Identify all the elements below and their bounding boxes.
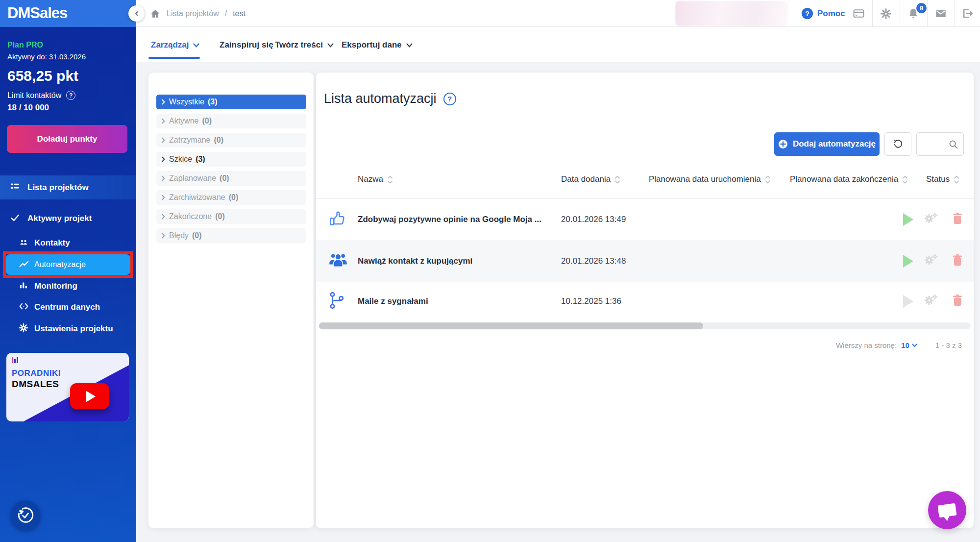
chevron-right-icon [161, 99, 165, 105]
pagination: Wierszy na stronę: 10 1 - 3 z 3 [836, 341, 962, 349]
delete-button[interactable] [952, 294, 963, 309]
automation-added-date: 10.12.2025 1:36 [561, 296, 621, 306]
filter-count: (0) [229, 193, 239, 202]
chat-button[interactable] [928, 491, 966, 529]
filter-label: Zarchiwizowane [169, 193, 225, 202]
sidebar-item-active-project[interactable]: Aktywny projekt [10, 211, 92, 226]
automation-name[interactable]: Nawiąż kontakt z kupującymi [358, 256, 472, 266]
column-header-status[interactable]: Status [926, 174, 959, 184]
tab-zarzadzaj[interactable]: Zarządzaj [151, 38, 199, 52]
breadcrumb-root[interactable]: Lista projektów [167, 9, 219, 18]
chevron-left-icon [134, 11, 140, 17]
sidebar-item-kontakty[interactable]: Kontakty [19, 235, 70, 251]
brand-logo[interactable]: DMSales [7, 4, 67, 22]
topbar: Lista projektów / test ? Pomoc 8 [136, 0, 980, 27]
contacts-limit-value: 18 / 10 000 [7, 103, 49, 113]
column-header-nazwa[interactable]: Nazwa [358, 174, 393, 184]
logout-button[interactable] [955, 0, 980, 27]
contacts-limit-label: Limit kontaktów [7, 91, 61, 100]
horizontal-scrollbar[interactable] [319, 322, 971, 329]
add-automation-button[interactable]: Dodaj automatyzację [774, 132, 880, 156]
notifications-badge: 8 [916, 3, 927, 13]
help-button[interactable]: ? Pomoc [802, 0, 845, 27]
scrollbar-thumb[interactable] [319, 322, 703, 329]
table-row[interactable]: Maile z sygnałami 10.12.2025 1:36 [316, 282, 974, 321]
chevron-right-icon [161, 175, 165, 181]
chevron-down-icon [406, 43, 413, 48]
settings-button[interactable] [872, 0, 900, 27]
filter-count: (0) [215, 212, 225, 221]
sort-icon [954, 175, 959, 184]
section-tabs: Zarządzaj Zainspiruj się Twórz treści Ek… [136, 27, 980, 62]
filter-zakonczone[interactable]: Zakończone (0) [156, 209, 306, 224]
filter-zarchiwizowane[interactable]: Zarchiwizowane (0) [156, 190, 306, 205]
tab-tworz-tresci[interactable]: Twórz treści [275, 38, 334, 52]
code-icon [19, 302, 29, 313]
filter-szkice[interactable]: Szkice (3) [156, 152, 306, 167]
plus-circle-icon [778, 139, 788, 149]
filter-count: (0) [192, 231, 202, 240]
delete-button[interactable] [952, 254, 963, 269]
messages-button[interactable] [927, 0, 955, 27]
chevron-down-icon [327, 43, 334, 48]
settings-gears-icon[interactable] [923, 253, 939, 270]
title-help-icon[interactable]: ? [443, 93, 456, 105]
filter-wszystkie[interactable]: Wszystkie (3) [156, 95, 306, 109]
chevron-right-icon [161, 156, 165, 162]
sidebar-item-monitoring[interactable]: Monitoring [19, 278, 77, 294]
help-label: Pomoc [817, 9, 845, 19]
table-row[interactable]: Nawiąż kontakt z kupującymi 20.01.2026 1… [316, 240, 974, 282]
time-settings-button[interactable] [11, 501, 40, 530]
column-label: Data dodania [561, 174, 611, 184]
column-header-data-zakonczenia[interactable]: Planowana data zakończenia [790, 174, 908, 184]
youtube-play-icon[interactable] [70, 383, 109, 409]
filter-bledy[interactable]: Błędy (0) [156, 228, 306, 243]
refresh-button[interactable] [884, 132, 911, 156]
rows-per-page-value: 10 [901, 341, 909, 349]
filter-aktywne[interactable]: Aktywne (0) [156, 114, 306, 128]
tutorials-banner[interactable]: PORADNIKI DMSALES [6, 353, 129, 421]
topup-points-button[interactable]: Doładuj punkty [7, 125, 127, 153]
search-input[interactable] [916, 132, 964, 156]
automation-list-panel: Lista automatyzacji ? Dodaj automatyzacj… [316, 73, 974, 528]
status-filter-panel: Wszystkie (3) Aktywne (0) Zatrzymane (0)… [148, 73, 314, 528]
run-button[interactable] [903, 255, 913, 268]
tab-label: Twórz treści [275, 40, 323, 50]
home-icon[interactable] [150, 9, 161, 19]
filter-label: Zakończone [169, 212, 212, 221]
tab-label: Zainspiruj się [220, 40, 273, 50]
column-header-data-uruchomienia[interactable]: Planowana data uruchomienia [649, 174, 771, 184]
column-label: Nazwa [358, 174, 383, 184]
column-header-data-dodania[interactable]: Data dodania [561, 174, 620, 184]
sidebar-item-label: Lista projektów [27, 183, 89, 193]
sidebar-item-automatyzacje[interactable]: Automatyzacje [6, 254, 130, 275]
people-group-icon [328, 252, 348, 271]
tab-zainspiruj-sie[interactable]: Zainspiruj się [220, 38, 273, 52]
filter-zaplanowane[interactable]: Zaplanowane (0) [156, 171, 306, 186]
settings-gears-icon[interactable] [923, 211, 939, 228]
filter-count: (3) [208, 98, 218, 106]
page-title: Lista automatyzacji [324, 91, 437, 106]
sidebar-item-projects[interactable]: Lista projektów [0, 175, 136, 199]
sidebar-item-ustawienia[interactable]: Ustawienia projektu [19, 321, 113, 337]
automation-name[interactable]: Maile z sygnałami [358, 296, 428, 306]
table-row[interactable]: Zdobywaj pozytywne opinie na Google Moja… [316, 198, 974, 240]
sidebar-item-label: Monitoring [34, 281, 77, 291]
chevron-right-icon [161, 195, 165, 200]
sidebar-item-centrum-danych[interactable]: Centrum danych [19, 299, 100, 315]
limit-help-icon[interactable]: ? [66, 91, 75, 100]
chevron-down-icon [193, 43, 199, 48]
column-label: Planowana data uruchomienia [649, 174, 761, 184]
filter-zatrzymane[interactable]: Zatrzymane (0) [156, 133, 306, 148]
dmsales-mini-logo-icon [12, 357, 18, 363]
tab-eksportuj-dane[interactable]: Eksportuj dane [342, 38, 413, 52]
envelope-icon [934, 7, 947, 20]
column-label: Status [926, 174, 950, 184]
sidebar-collapse-button[interactable] [128, 5, 145, 22]
delete-button[interactable] [952, 212, 963, 227]
settings-gears-icon[interactable] [923, 293, 939, 310]
billing-button[interactable] [845, 0, 872, 27]
run-button[interactable] [903, 213, 913, 226]
automation-name[interactable]: Zdobywaj pozytywne opinie na Google Moja… [358, 215, 541, 224]
rows-per-page-select[interactable]: 10 [901, 341, 917, 349]
